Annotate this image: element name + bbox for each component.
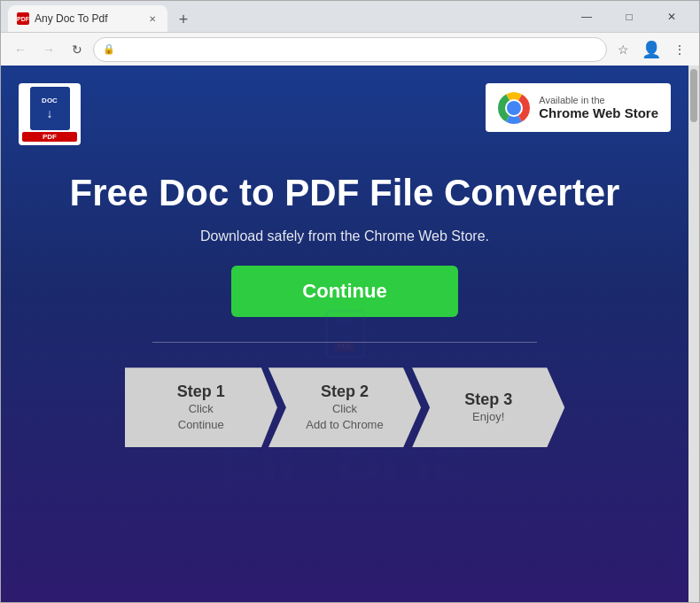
new-tab-button[interactable]: + <box>171 7 196 32</box>
tab-favicon: PDF <box>17 12 29 25</box>
page-subtitle: Download safely from the Chrome Web Stor… <box>200 228 489 244</box>
star-button[interactable]: ☆ <box>611 37 635 62</box>
maximize-button[interactable]: □ <box>609 1 649 32</box>
continue-button[interactable]: Continue <box>231 266 457 317</box>
step-2-desc: Click Add to Chrome <box>306 401 383 433</box>
scrollbar-thumb[interactable] <box>690 69 697 122</box>
address-bar[interactable]: 🔒 <box>93 37 607 62</box>
step-1-title: Step 1 <box>177 383 225 401</box>
reload-button[interactable]: ↻ <box>65 37 89 62</box>
tab-title: Any Doc To Pdf <box>35 12 141 25</box>
steps-row: Step 1 Click Continue Step 2 Click Add t… <box>125 367 565 447</box>
toolbar-right: ☆ 👤 ⋮ <box>611 37 692 62</box>
tab-close-button[interactable]: ✕ <box>146 12 159 25</box>
step-1-desc: Click Continue <box>178 401 224 433</box>
badge-store-name: Chrome Web Store <box>539 105 658 121</box>
browser-tab[interactable]: PDF Any Doc To Pdf ✕ <box>8 5 167 32</box>
logo-doc-text: DOC <box>42 97 58 104</box>
step-1: Step 1 Click Continue <box>125 367 277 447</box>
page-headline: Free Doc to PDF File Converter <box>70 172 620 214</box>
badge-available-text: Available in the <box>539 95 658 105</box>
minimize-button[interactable]: — <box>566 1 607 32</box>
top-bar: DOC ↓ PDF <box>19 83 671 145</box>
step-2-title: Step 2 <box>321 383 369 401</box>
logo-doc-icon: DOC ↓ <box>30 87 70 130</box>
browser-toolbar: ← → ↻ 🔒 ☆ 👤 ⋮ <box>1 32 699 66</box>
logo-arrow-icon: ↓ <box>47 106 53 120</box>
menu-button[interactable]: ⋮ <box>667 37 692 62</box>
step-3: Step 3 Enjoy! <box>412 367 564 447</box>
step-2: Step 2 Click Add to Chrome <box>268 367 421 447</box>
step-3-title: Step 3 <box>464 390 512 409</box>
close-button[interactable]: ✕ <box>651 1 692 32</box>
back-button[interactable]: ← <box>8 37 33 62</box>
svg-point-2 <box>507 101 521 115</box>
chrome-store-badge[interactable]: Available in the Chrome Web Store <box>486 83 671 132</box>
page-content: DOC ↓ PDF FIL PDF DOC ↓ PDF <box>1 66 688 602</box>
logo-pdf-label: PDF <box>22 132 77 142</box>
app-logo: DOC ↓ PDF <box>19 83 81 145</box>
browser-window: PDF Any Doc To Pdf ✕ + — □ ✕ ← → ↻ 🔒 ☆ 👤… <box>0 0 700 603</box>
lock-icon: 🔒 <box>103 43 115 55</box>
content-area: DOC ↓ PDF FIL PDF DOC ↓ PDF <box>1 66 699 602</box>
forward-button[interactable]: → <box>36 37 61 62</box>
chrome-logo-icon <box>498 92 530 124</box>
window-controls: — □ ✕ <box>566 1 692 32</box>
profile-button[interactable]: 👤 <box>639 37 664 62</box>
badge-text: Available in the Chrome Web Store <box>539 95 658 121</box>
divider <box>152 342 538 343</box>
scrollbar[interactable] <box>688 66 699 602</box>
main-content: Free Doc to PDF File Converter Download … <box>70 163 620 584</box>
step-3-desc: Enjoy! <box>472 409 504 425</box>
